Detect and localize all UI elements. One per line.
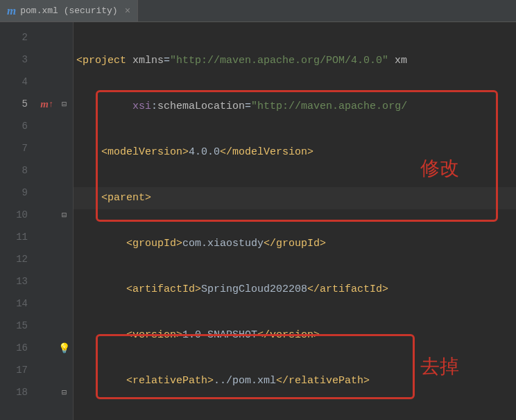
line-number[interactable]: 18 [0,381,39,403]
tab-label: pom.xml (security) [20,6,117,16]
code-line: <version>1.0-SNAPSHOT</version> [74,324,516,347]
fold-gutter: ⊟ ⊟ 💡 ⊟ [55,22,74,420]
fold-open-icon[interactable]: ⊟ [62,99,67,110]
code-line: <parent> [74,187,516,209]
line-gutter: 2 3 4 5 6 7 8 9 10 11 12 13 14 15 16 17 … [0,22,39,420]
line-number[interactable]: 7 [0,137,39,159]
editor-tab[interactable]: m pom.xml (security) × [0,0,138,21]
line-number[interactable]: 16 [0,337,39,359]
line-number[interactable]: 13 [0,270,39,292]
intention-bulb-icon[interactable]: 💡 [58,342,70,354]
code-line: <modelVersion>4.0.0</modelVersion> [74,141,516,164]
line-number[interactable]: 12 [0,248,39,270]
editor: 2 3 4 5 6 7 8 9 10 11 12 13 14 15 16 17 … [0,22,516,420]
code-line: xsi:schemaLocation="http://maven.apache.… [74,96,516,118]
code-line: </parent> [74,416,516,420]
code-line: <groupId>com.xiaostudy</groupId> [74,233,516,255]
line-number[interactable]: 3 [0,49,39,71]
line-number[interactable]: 14 [0,292,39,315]
code-line: <artifactId>SpringCloud202208</artifactI… [74,279,516,301]
fold-close-icon[interactable]: ⊟ [62,210,67,220]
line-number[interactable]: 2 [0,26,39,49]
code-area[interactable]: <project xmlns="http://maven.apache.org/… [74,22,516,420]
line-number[interactable]: 15 [0,315,39,337]
line-number[interactable]: 6 [0,115,39,137]
line-number[interactable]: 4 [0,71,39,93]
line-number[interactable]: 11 [0,226,39,248]
close-icon[interactable]: × [125,6,130,17]
tab-bar: m pom.xml (security) × [0,0,516,22]
line-number[interactable]: 8 [0,159,39,182]
line-number-current[interactable]: 5 [0,93,39,115]
modified-icon: m↑ [39,93,55,115]
line-number[interactable]: 10 [0,204,39,226]
code-line: <relativePath>../pom.xml</relativePath> [74,370,516,392]
maven-icon: m [7,4,16,18]
line-number[interactable]: 9 [0,182,39,204]
code-line: <project xmlns="http://maven.apache.org/… [74,50,516,72]
fold-close-icon[interactable]: ⊟ [62,387,67,398]
line-number[interactable]: 17 [0,359,39,381]
status-gutter: m↑ [39,22,55,420]
